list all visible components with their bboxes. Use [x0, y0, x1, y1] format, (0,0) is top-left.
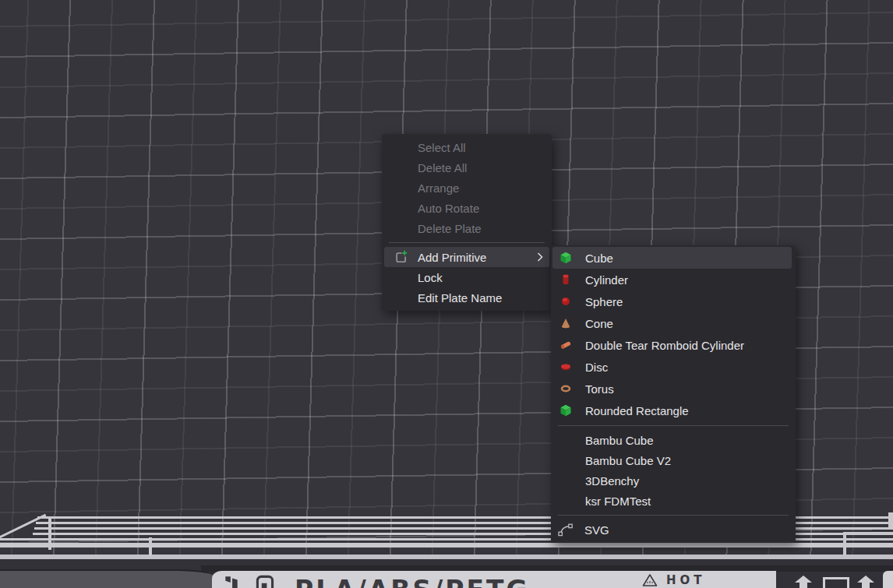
add-primitive-submenu: Cube Cylinder Sphere — [551, 245, 796, 543]
cone-icon — [559, 317, 572, 329]
submenu-item-torus[interactable]: Torus — [552, 378, 792, 400]
context-menu: Select All Delete All Arrange Auto Rotat… — [382, 134, 552, 311]
submenu-item-svg[interactable]: SVG — [552, 519, 792, 540]
submenu-item-bambu-cube-v2[interactable]: Bambu Cube V2 — [552, 450, 792, 470]
submenu-item-bambu-cube[interactable]: Bambu Cube — [552, 430, 792, 450]
disc-icon — [559, 361, 572, 373]
submenu-item-label: Torus — [585, 382, 614, 396]
submenu-item-label: Disc — [585, 361, 608, 374]
submenu-item-cylinder[interactable]: Cylinder — [552, 269, 792, 290]
plate-corner-bracket — [843, 532, 846, 555]
add-primitive-icon — [384, 250, 418, 265]
plate-edge-notch — [888, 512, 893, 528]
menu-item-arrange: Arrange — [384, 178, 549, 198]
submenu-item-ksr-fdmtest[interactable]: ksr FDMTest — [552, 491, 792, 511]
plate-front-arrow-icon — [856, 576, 876, 588]
submenu-item-label: Cone — [585, 317, 613, 330]
submenu-item-label: Bambu Cube — [585, 434, 654, 447]
menu-item-label: Delete All — [418, 161, 467, 174]
plate-front-square-icon — [823, 577, 849, 588]
build-plate-label-bar: PLA/ABS/PETG HOT — [212, 571, 776, 588]
warning-triangle-icon — [642, 573, 658, 587]
3d-viewport[interactable]: PLA/ABS/PETG HOT Select All Delete All A… — [0, 0, 893, 588]
submenu-item-label: Bambu Cube V2 — [585, 454, 671, 467]
submenu-item-label: 3DBenchy — [585, 474, 639, 488]
plate-corner-bracket — [843, 532, 893, 534]
menu-separator — [389, 242, 545, 243]
plate-edge-tick — [48, 517, 51, 550]
menu-item-label: Edit Plate Name — [418, 291, 502, 305]
submenu-item-label: ksr FDMTest — [585, 495, 651, 508]
submenu-item-rounded-rectangle[interactable]: Rounded Rectangle — [552, 400, 792, 421]
submenu-item-cone[interactable]: Cone — [552, 312, 792, 334]
hot-label: HOT — [666, 573, 706, 587]
menu-item-add-primitive[interactable]: Add Primitive — [384, 247, 549, 267]
submenu-item-label: Cube — [585, 252, 613, 265]
torus-icon — [559, 382, 572, 395]
submenu-item-label: SVG — [584, 523, 609, 537]
romboid-cylinder-icon — [559, 339, 572, 351]
plate-front-arrow-icon — [793, 576, 814, 588]
submenu-item-3dbenchy[interactable]: 3DBenchy — [552, 470, 792, 491]
bezier-curve-icon — [558, 523, 574, 537]
submenu-item-disc[interactable]: Disc — [552, 356, 792, 378]
sphere-icon — [559, 295, 572, 308]
submenu-item-cube[interactable]: Cube — [552, 247, 792, 269]
menu-item-lock[interactable]: Lock — [384, 267, 549, 287]
menu-item-label: Arrange — [418, 181, 459, 195]
menu-item-auto-rotate: Auto Rotate — [384, 198, 549, 218]
plate-badge-icon — [256, 575, 274, 588]
menu-item-label: Add Primitive — [418, 251, 537, 264]
menu-item-label: Lock — [418, 271, 443, 284]
menu-item-label: Delete Plate — [418, 222, 482, 235]
rounded-rectangle-icon — [559, 404, 572, 417]
plate-corner-handle — [0, 569, 232, 588]
cube-icon — [559, 252, 572, 264]
menu-item-label: Select All — [418, 141, 466, 154]
submenu-item-label: Rounded Rectangle — [585, 404, 689, 417]
plate-material-label: PLA/ABS/PETG — [295, 575, 530, 588]
submenu-separator — [558, 425, 789, 426]
menu-item-label: Auto Rotate — [418, 202, 479, 215]
bambu-logo-icon — [223, 575, 240, 588]
submenu-separator — [558, 515, 789, 516]
plate-corner-piece — [883, 571, 893, 588]
submenu-item-label: Sphere — [585, 295, 623, 308]
menu-item-delete-all: Delete All — [384, 157, 549, 178]
menu-item-edit-plate-name[interactable]: Edit Plate Name — [384, 287, 549, 308]
cylinder-icon — [559, 273, 572, 286]
menu-item-select-all: Select All — [384, 137, 549, 157]
submenu-item-label: Double Tear Romboid Cylinder — [585, 339, 744, 352]
submenu-item-double-tear-romboid-cylinder[interactable]: Double Tear Romboid Cylinder — [552, 334, 792, 356]
plate-edge-tick — [149, 537, 152, 556]
submenu-item-label: Cylinder — [585, 273, 628, 287]
plate-edge-line — [0, 543, 893, 548]
chevron-right-icon — [537, 252, 543, 262]
submenu-item-sphere[interactable]: Sphere — [552, 290, 792, 312]
menu-item-delete-plate: Delete Plate — [384, 218, 549, 238]
hot-warning: HOT — [642, 573, 706, 587]
